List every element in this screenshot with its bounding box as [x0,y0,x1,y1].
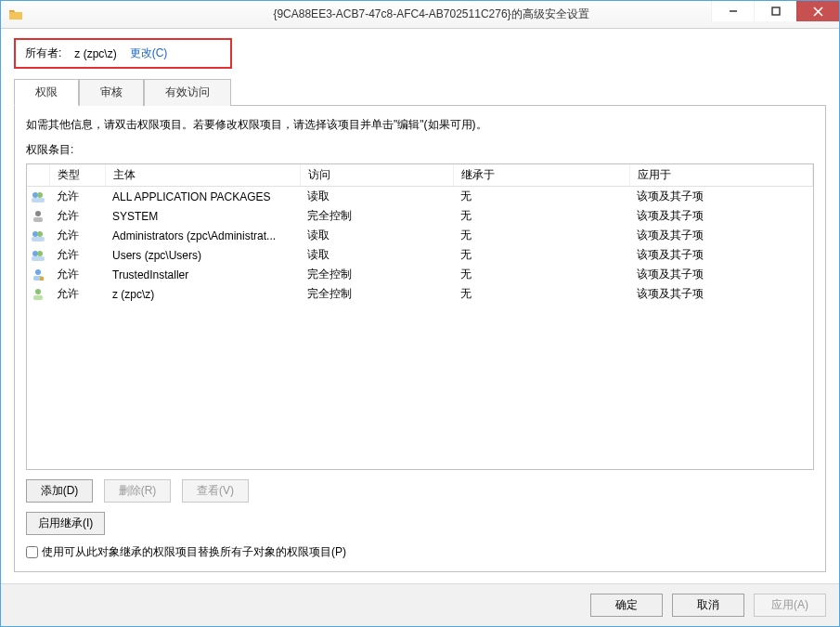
cell-principal: ALL APPLICATION PACKAGES [105,187,300,207]
owner-row: 所有者: z (zpc\z) 更改(C) [14,38,232,69]
svg-rect-8 [33,217,43,222]
cell-inherited-from: 无 [453,265,629,284]
cell-inherited-from: 无 [453,187,629,207]
cell-principal: TrustedInstaller [105,265,300,284]
cell-applies-to: 该项及其子项 [629,265,813,284]
svg-point-15 [35,269,41,275]
cell-type: 允许 [49,226,105,245]
content-area: 所有者: z (zpc\z) 更改(C) 权限 审核 有效访问 如需其他信息，请… [1,29,839,583]
principal-icon [27,226,49,245]
change-owner-link[interactable]: 更改(C) [130,46,168,61]
principal-icon [27,265,49,284]
principal-icon [27,187,49,207]
col-access[interactable]: 访问 [300,164,453,187]
svg-rect-11 [32,237,45,242]
ok-button[interactable]: 确定 [590,594,663,617]
cell-applies-to: 该项及其子项 [629,206,813,226]
dialog-footer: 确定 取消 应用(A) [1,583,839,626]
cell-access: 读取 [300,187,453,207]
col-icon[interactable] [27,164,49,187]
add-button[interactable]: 添加(D) [26,479,93,503]
cell-access: 完全控制 [300,265,453,284]
cell-applies-to: 该项及其子项 [629,284,813,304]
col-inherited-from[interactable]: 继承于 [453,164,629,187]
svg-rect-14 [32,256,45,261]
cell-principal: Administrators (zpc\Administrat... [105,226,300,245]
view-button[interactable]: 查看(V) [182,479,249,503]
tab-auditing[interactable]: 审核 [79,79,144,106]
cell-type: 允许 [49,206,105,226]
cell-applies-to: 该项及其子项 [629,226,813,245]
svg-point-7 [35,211,41,216]
cell-access: 读取 [300,226,453,245]
cell-inherited-from: 无 [453,206,629,226]
replace-child-perms-label[interactable]: 使用可从此对象继承的权限项目替换所有子对象的权限项目(P) [42,544,346,560]
owner-label: 所有者: [25,46,61,61]
col-applies-to[interactable]: 应用于 [629,164,813,187]
principal-icon [27,245,49,265]
inherit-button-row: 启用继承(I) [26,512,814,535]
svg-point-18 [35,289,41,294]
cell-inherited-from: 无 [453,284,629,304]
cancel-button[interactable]: 取消 [672,594,744,617]
close-button[interactable] [796,1,839,21]
cell-access: 读取 [300,245,453,265]
svg-point-13 [37,251,43,256]
cell-type: 允许 [49,265,105,284]
cell-inherited-from: 无 [453,226,629,245]
action-buttons: 添加(D) 删除(R) 查看(V) [26,479,814,503]
cell-type: 允许 [49,284,105,304]
principal-icon [27,206,49,226]
cell-applies-to: 该项及其子项 [629,245,813,265]
cell-principal: Users (zpc\Users) [105,245,300,265]
svg-point-5 [37,192,43,198]
table-row[interactable]: 允许Users (zpc\Users)读取无该项及其子项 [27,245,813,265]
titlebar: {9CA88EE3-ACB7-47c8-AFC4-AB702511C276}的高… [1,1,839,29]
cell-principal: SYSTEM [105,206,300,226]
maximize-button[interactable] [754,1,796,21]
svg-rect-1 [772,7,780,15]
cell-type: 允许 [49,187,105,207]
svg-rect-19 [33,295,43,300]
replace-child-perms-checkbox[interactable] [26,546,38,558]
tab-permissions[interactable]: 权限 [14,79,79,106]
table-row[interactable]: 允许z (zpc\z)完全控制无该项及其子项 [27,284,813,304]
instructions-text: 如需其他信息，请双击权限项目。若要修改权限项目，请选择该项目并单击"编辑"(如果… [26,117,814,133]
cell-access: 完全控制 [300,284,453,304]
apply-button[interactable]: 应用(A) [754,594,826,617]
tabs: 权限 审核 有效访问 [14,78,826,106]
col-type[interactable]: 类型 [49,164,105,187]
replace-child-perms-row: 使用可从此对象继承的权限项目替换所有子对象的权限项目(P) [26,544,814,560]
svg-rect-17 [40,277,44,281]
cell-inherited-from: 无 [453,245,629,265]
minimize-button[interactable] [711,1,754,21]
cell-access: 完全控制 [300,206,453,226]
svg-point-10 [37,231,43,237]
owner-value: z (zpc\z) [74,47,116,60]
entries-label: 权限条目: [26,142,814,158]
enable-inheritance-button[interactable]: 启用继承(I) [26,512,105,535]
table-header-row: 类型 主体 访问 继承于 应用于 [27,164,813,187]
principal-icon [27,284,49,304]
tab-panel: 如需其他信息，请双击权限项目。若要修改权限项目，请选择该项目并单击"编辑"(如果… [14,106,826,572]
remove-button[interactable]: 删除(R) [104,479,171,503]
table-row[interactable]: 允许ALL APPLICATION PACKAGES读取无该项及其子项 [27,187,813,207]
table-row[interactable]: 允许TrustedInstaller完全控制无该项及其子项 [27,265,813,284]
tab-effective-access[interactable]: 有效访问 [144,79,231,106]
svg-rect-6 [32,198,45,202]
window-controls [711,1,839,21]
table-row[interactable]: 允许Administrators (zpc\Administrat...读取无该… [27,226,813,245]
cell-applies-to: 该项及其子项 [629,187,813,207]
cell-principal: z (zpc\z) [105,284,300,304]
folder-icon [8,7,23,22]
permission-table: 类型 主体 访问 继承于 应用于 允许ALL APPLICATION PACKA… [26,163,814,470]
table-row[interactable]: 允许SYSTEM完全控制无该项及其子项 [27,206,813,226]
col-principal[interactable]: 主体 [105,164,300,187]
cell-type: 允许 [49,245,105,265]
